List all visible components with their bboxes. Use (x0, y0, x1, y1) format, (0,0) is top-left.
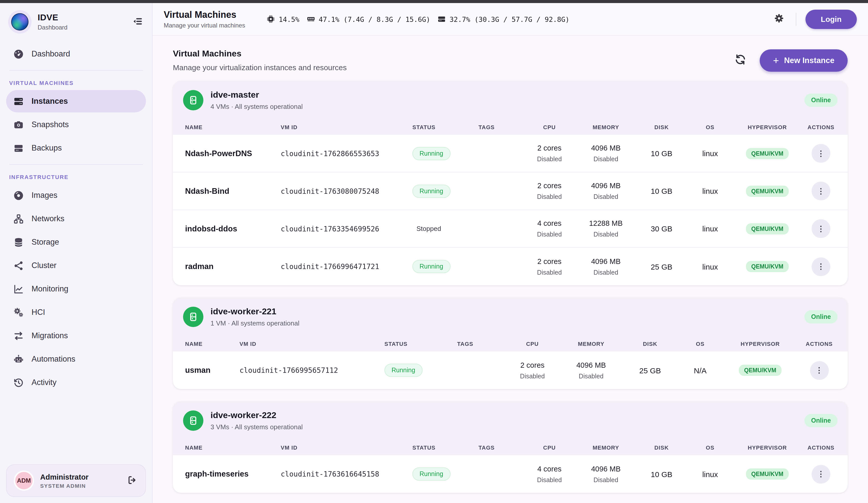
column-header: DISK (622, 341, 678, 347)
sidebar-item-instances[interactable]: Instances (6, 90, 146, 112)
column-header: VM ID (281, 444, 412, 451)
login-button[interactable]: Login (805, 9, 857, 29)
vm-cpu-sub: Disabled (523, 156, 576, 163)
sidebar-item-networks[interactable]: Networks (6, 207, 146, 230)
vm-cpu-sub: Disabled (523, 193, 576, 201)
table-row[interactable]: indobsd-ddos cloudinit-1763354699526 Sto… (173, 210, 848, 248)
new-instance-button[interactable]: + New Instance (760, 49, 848, 71)
vm-cpu-cell: 4 cores Disabled (523, 219, 576, 238)
vm-table: NAMEVM IDSTATUSTAGSCPUMEMORYDISKOSHYPERV… (173, 440, 848, 493)
sidebar-nav: DashboardVIRTUAL MACHINESInstancesSnapsh… (0, 39, 152, 503)
sidebar-item-automations[interactable]: Automations (6, 348, 146, 370)
user-card[interactable]: ADM Administrator SYSTEM ADMIN (6, 464, 146, 497)
brand-subtitle: Dashboard (38, 24, 126, 31)
column-header: VM ID (281, 124, 412, 130)
vm-hypervisor-cell: QEMU/KVM (733, 148, 802, 159)
hypervisor-badge: QEMU/KVM (739, 365, 782, 376)
vm-memory-value: 4096 MB (576, 144, 636, 152)
vm-disk-cell: 10 GB (636, 149, 687, 158)
sidebar-item-activity[interactable]: Activity (6, 371, 146, 394)
vm-os-cell: linux (687, 149, 733, 158)
vm-id-cell: cloudinit-1766996471721 (281, 263, 412, 270)
sidebar-item-storage[interactable]: Storage (6, 231, 146, 253)
vm-memory-sub: Disabled (560, 372, 622, 380)
vm-os-cell: linux (687, 262, 733, 271)
header-subtitle: Manage your virtual machines (164, 22, 245, 29)
vm-cpu-value: 2 cores (523, 182, 576, 190)
sidebar-divider (9, 164, 143, 165)
table-header-row: NAMEVM IDSTATUSTAGSCPUMEMORYDISKOSHYPERV… (173, 336, 848, 351)
sidebar-item-dashboard[interactable]: Dashboard (6, 43, 146, 65)
vm-hypervisor-cell: QEMU/KVM (733, 223, 802, 234)
vm-hypervisor-cell: QEMU/KVM (733, 469, 802, 480)
gear-icon[interactable] (773, 12, 787, 26)
column-header: MEMORY (576, 124, 636, 130)
sidebar-item-migrations[interactable]: Migrations (6, 325, 146, 347)
sidebar: IDVE Dashboard DashboardVIRTUAL MACHINES… (0, 3, 153, 503)
table-body: graph-timeseries cloudinit-1763616645158… (173, 455, 848, 493)
sidebar-item-label: Activity (32, 378, 56, 387)
table-row[interactable]: radman cloudinit-1766996471721 Running 2… (173, 248, 848, 285)
disc-icon (13, 190, 24, 201)
sidebar-item-label: Backups (32, 143, 62, 153)
page-title: Virtual Machines (173, 49, 734, 59)
vm-table: NAMEVM IDSTATUSTAGSCPUMEMORYDISKOSHYPERV… (173, 336, 848, 389)
vm-hypervisor-cell: QEMU/KVM (723, 365, 798, 376)
host-card: idve-worker-221 1 VM · All systems opera… (173, 298, 848, 389)
sidebar-item-monitoring[interactable]: Monitoring (6, 278, 146, 300)
status-badge: Running (384, 364, 422, 377)
database-icon (13, 237, 24, 247)
sidebar-item-label: Instances (32, 96, 68, 106)
brand-logo (11, 13, 29, 31)
vm-os-cell: linux (687, 187, 733, 195)
row-actions-button[interactable]: ⋮ (812, 144, 830, 163)
table-row[interactable]: graph-timeseries cloudinit-1763616645158… (173, 455, 848, 493)
vm-os-cell: N/A (678, 366, 723, 374)
vm-cpu-value: 2 cores (523, 257, 576, 265)
host-card: idve-worker-222 3 VMs · All systems oper… (173, 401, 848, 493)
brand: IDVE Dashboard (0, 3, 152, 39)
table-body: usman cloudinit-1766995657112 Running 2 … (173, 351, 848, 389)
row-actions-button[interactable]: ⋮ (810, 361, 829, 380)
row-actions-button[interactable]: ⋮ (812, 182, 830, 201)
column-header: NAME (185, 124, 281, 130)
vm-memory-sub: Disabled (576, 476, 636, 483)
vm-name-cell: graph-timeseries (185, 470, 281, 479)
vm-actions-cell: ⋮ (802, 257, 840, 276)
vm-memory-sub: Disabled (576, 193, 636, 201)
hypervisor-badge: QEMU/KVM (746, 185, 789, 197)
sidebar-item-backups[interactable]: Backups (6, 137, 146, 159)
vm-disk-cell: 10 GB (636, 187, 687, 195)
host-summary: 1 VM · All systems operational (210, 319, 797, 327)
collapse-sidebar-icon[interactable] (132, 16, 144, 28)
column-header: HYPERVISOR (733, 444, 802, 451)
sidebar-item-cluster[interactable]: Cluster (6, 254, 146, 277)
network-icon (13, 213, 24, 224)
column-header: VM ID (239, 341, 384, 347)
sidebar-item-snapshots[interactable]: Snapshots (6, 113, 146, 136)
row-actions-button[interactable]: ⋮ (812, 257, 830, 276)
vm-actions-cell: ⋮ (802, 219, 840, 238)
host-status-badge: Online (804, 414, 837, 427)
table-row[interactable]: usman cloudinit-1766995657112 Running 2 … (173, 351, 848, 389)
gears-icon (13, 307, 24, 318)
table-row[interactable]: Ndash-Bind cloudinit-1763080075248 Runni… (173, 172, 848, 210)
sidebar-item-hci[interactable]: HCI (6, 301, 146, 324)
host-server-icon (183, 90, 204, 110)
hard-drive-icon (437, 15, 446, 23)
vm-actions-cell: ⋮ (798, 361, 840, 380)
sidebar-item-label: Cluster (32, 261, 56, 270)
vm-memory-sub: Disabled (576, 231, 636, 238)
sidebar-item-images[interactable]: Images (6, 184, 146, 206)
memory-stat: 47.1% (7.4G / 8.3G / 15.6G) (306, 15, 430, 23)
cpu-chip-icon (267, 15, 275, 23)
row-actions-button[interactable]: ⋮ (812, 219, 830, 238)
plus-icon: + (773, 55, 779, 65)
column-header: CPU (523, 444, 576, 451)
refresh-icon[interactable] (734, 53, 749, 68)
vm-actions-cell: ⋮ (802, 465, 840, 483)
table-row[interactable]: Ndash-PowerDNS cloudinit-1762866553653 R… (173, 135, 848, 172)
logout-icon[interactable] (127, 475, 138, 486)
row-actions-button[interactable]: ⋮ (812, 465, 830, 483)
vm-name-cell: Ndash-Bind (185, 186, 281, 196)
